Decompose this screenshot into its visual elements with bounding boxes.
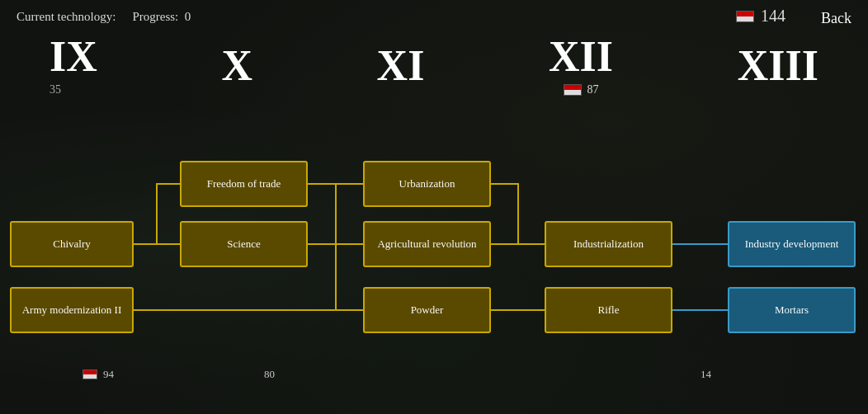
numeral-x-label: X — [221, 45, 252, 87]
tech-node-industry_dev[interactable]: Industry development — [728, 221, 856, 267]
tech-node-agri_rev[interactable]: Agricultural revolution — [363, 221, 491, 267]
bottom-flag-icon-1 — [83, 369, 97, 379]
numeral-ix-sub: 35 — [50, 83, 61, 96]
current-tech-text: Current technology: — [17, 10, 116, 23]
numeral-xii-flag-group: 87 — [564, 83, 599, 96]
bottom-flag-num-2: 80 — [264, 368, 275, 381]
bottom-flag-num-1: 94 — [103, 368, 114, 381]
numeral-x: X — [221, 45, 252, 87]
numeral-xii-flag — [564, 84, 582, 96]
tech-node-mortars[interactable]: Mortars — [728, 287, 856, 333]
bottom-flag-num-3: 14 — [701, 368, 711, 381]
numeral-xiii: XIII — [738, 45, 818, 87]
numeral-xii-sub: 87 — [587, 83, 599, 96]
top-flag-icon — [736, 11, 754, 22]
current-tech-label: Current technology: — [17, 10, 116, 24]
bottom-flag-3: 14 — [701, 368, 711, 381]
tech-node-rifle[interactable]: Rifle — [545, 287, 672, 333]
bottom-flag-2: 80 — [264, 368, 275, 381]
numeral-xii-label: XII — [549, 35, 613, 78]
tech-node-science[interactable]: Science — [180, 221, 308, 267]
numeral-ix-label: IX — [50, 35, 97, 78]
top-flag-number: 144 — [761, 7, 785, 26]
tech-node-chivalry[interactable]: Chivalry — [10, 221, 134, 267]
header: Current technology: Progress: 0 144 Back — [0, 0, 868, 34]
tech-node-industrialization[interactable]: Industrialization — [545, 221, 672, 267]
bottom-flag-1: 94 — [83, 368, 114, 381]
numeral-xi-label: XI — [377, 45, 425, 87]
back-button[interactable]: Back — [821, 10, 851, 27]
tech-node-powder[interactable]: Powder — [363, 287, 491, 333]
top-flag-group: 144 — [736, 7, 785, 26]
numeral-xi: XI — [377, 45, 425, 87]
numeral-xiii-label: XIII — [738, 45, 818, 87]
numeral-ix: IX 35 — [50, 35, 97, 96]
main-content: Current technology: Progress: 0 144 Back… — [0, 0, 868, 414]
tech-tree: ChivalryArmy modernization IIFreedom of … — [0, 99, 868, 396]
progress-text: Progress: — [132, 10, 178, 23]
progress-value: 0 — [185, 10, 191, 23]
numerals-row: IX 35 X XI XII 87 XIII — [0, 35, 868, 96]
tech-node-urbanization[interactable]: Urbanization — [363, 161, 491, 207]
numeral-xii: XII 87 — [549, 35, 613, 96]
progress-label: Progress: 0 — [132, 10, 191, 24]
tech-node-army_mod[interactable]: Army modernization II — [10, 287, 134, 333]
tech-node-freedom[interactable]: Freedom of trade — [180, 161, 308, 207]
